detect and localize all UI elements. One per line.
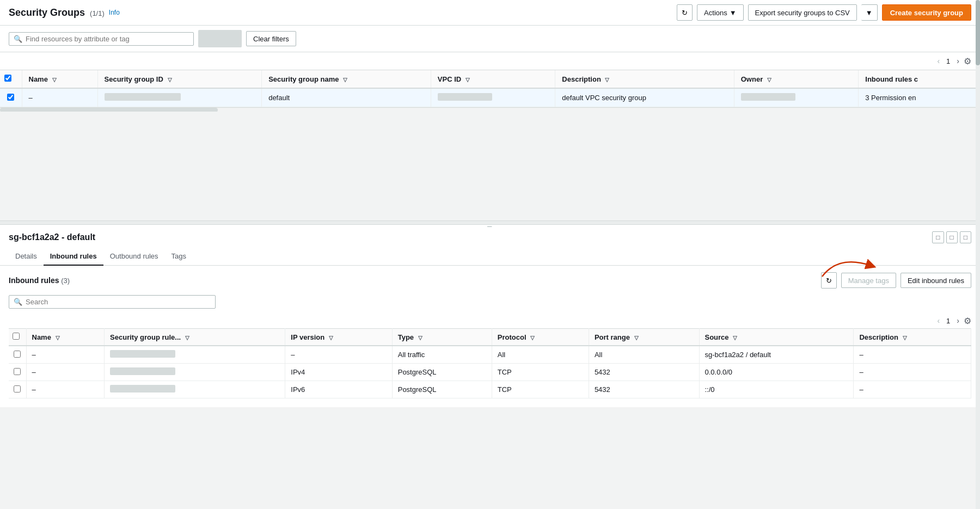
detail-next-page-button[interactable]: › xyxy=(954,315,961,326)
col-header-name[interactable]: Name ▽ xyxy=(22,70,97,88)
detail-row-1-checkbox[interactable] xyxy=(14,351,21,358)
detail-row-1-ip-version-cell: – xyxy=(285,346,392,364)
col-sg-id-label: Security group ID xyxy=(105,75,163,83)
inbound-title-area: Inbound rules (3) xyxy=(9,276,70,285)
refresh-button[interactable]: ↻ xyxy=(677,4,693,21)
detail-table-settings-button[interactable]: ⚙ xyxy=(964,316,971,326)
toolbar-left: Security Groups (1/1) Info xyxy=(9,7,120,19)
detail-search-input[interactable] xyxy=(26,298,211,306)
detail-col-header-name[interactable]: Name ▽ xyxy=(26,329,105,346)
detail-row-2-type-cell: PostgreSQL xyxy=(392,364,492,381)
detail-search-icon: 🔍 xyxy=(14,298,22,306)
detail-col-header-type[interactable]: Type ▽ xyxy=(392,329,492,346)
col-header-vpc-id[interactable]: VPC ID ▽ xyxy=(431,70,555,88)
tab-inbound-rules[interactable]: Inbound rules xyxy=(44,248,103,266)
table-settings-button[interactable]: ⚙ xyxy=(964,56,971,66)
detail-icon-btn-1[interactable]: □ xyxy=(932,231,944,243)
resize-handle[interactable]: ⎯ xyxy=(0,220,980,225)
tab-tags[interactable]: Tags xyxy=(165,248,193,266)
detail-row-1-port-range: All xyxy=(595,351,602,359)
detail-table-row[interactable]: – IPv4 PostgreSQL TCP 5432 xyxy=(9,364,971,381)
export-split-button[interactable]: ▼ xyxy=(861,4,878,21)
detail-row-1-protocol: All xyxy=(498,351,505,359)
tab-details[interactable]: Details xyxy=(9,248,44,266)
detail-col-protocol-sort-icon: ▽ xyxy=(530,335,535,341)
col-sg-name-sort-icon: ▽ xyxy=(343,77,347,83)
edit-inbound-rules-button[interactable]: Edit inbound rules xyxy=(901,273,971,288)
resize-dots-icon: ⎯ xyxy=(487,218,493,227)
detail-row-1-checkbox-cell xyxy=(9,346,26,364)
col-description-sort-icon: ▽ xyxy=(605,77,609,83)
detail-row-2-name-cell: – xyxy=(26,364,105,381)
detail-col-header-checkbox xyxy=(9,329,26,346)
search-icon: 🔍 xyxy=(14,35,22,43)
detail-col-header-ip-version[interactable]: IP version ▽ xyxy=(285,329,392,346)
detail-header-row: Name ▽ Security group rule... ▽ IP versi… xyxy=(9,329,971,346)
row-checkbox[interactable] xyxy=(7,94,14,101)
detail-col-header-port-range[interactable]: Port range ▽ xyxy=(589,329,699,346)
detail-col-source-label: Source xyxy=(705,333,729,341)
filter-row: 🔍 Clear filters xyxy=(0,26,980,52)
col-header-sg-id[interactable]: Security group ID ▽ xyxy=(97,70,262,88)
select-all-checkbox[interactable] xyxy=(4,75,11,82)
detail-row-2-checkbox[interactable] xyxy=(14,368,21,375)
detail-icon-btn-2[interactable]: □ xyxy=(946,231,958,243)
main-table: Name ▽ Security group ID ▽ Security grou… xyxy=(0,70,980,107)
create-security-group-button[interactable]: Create security group xyxy=(882,4,971,21)
info-link[interactable]: Info xyxy=(109,9,120,16)
detail-row-3-checkbox[interactable] xyxy=(14,385,21,393)
detail-row-1-port-range-cell: All xyxy=(589,346,699,364)
detail-col-header-description[interactable]: Description ▽ xyxy=(854,329,971,346)
tab-outbound-rules[interactable]: Outbound rules xyxy=(103,248,165,266)
detail-row-3-type: PostgreSQL xyxy=(398,385,437,394)
detail-col-header-source[interactable]: Source ▽ xyxy=(699,329,854,346)
refresh-icon: ↻ xyxy=(682,9,688,17)
detail-pagination-row: ‹ 1 › ⚙ xyxy=(0,313,980,328)
table-row[interactable]: – default default VPC security group xyxy=(0,88,980,107)
detail-prev-page-button[interactable]: ‹ xyxy=(935,315,942,326)
right-scrollbar[interactable] xyxy=(976,0,980,407)
inbound-rules-count: (3) xyxy=(61,277,70,285)
row-vpc-id-redacted xyxy=(438,93,492,101)
top-toolbar: Security Groups (1/1) Info ↻ Actions ▼ E… xyxy=(0,0,980,26)
detail-col-port-range-sort-icon: ▽ xyxy=(634,335,639,341)
export-button[interactable]: Export security groups to CSV xyxy=(748,4,857,21)
detail-row-1-description-cell: – xyxy=(854,346,971,364)
row-name: – xyxy=(29,94,33,102)
row-vpc-id-cell xyxy=(431,88,555,107)
col-header-description[interactable]: Description ▽ xyxy=(555,70,734,88)
detail-col-header-rule-id[interactable]: Security group rule... ▽ xyxy=(105,329,285,346)
detail-panel-icons: □ □ □ xyxy=(932,231,971,243)
detail-icon-btn-3[interactable]: □ xyxy=(960,231,971,243)
detail-row-3-checkbox-cell xyxy=(9,381,26,398)
detail-select-all-checkbox[interactable] xyxy=(13,333,20,340)
col-header-checkbox xyxy=(0,70,22,88)
detail-header: sg-bcf1a2a2 - default □ □ □ xyxy=(0,225,980,243)
detail-panel: sg-bcf1a2a2 - default □ □ □ Details Inbo… xyxy=(0,225,980,407)
tab-details-label: Details xyxy=(15,252,37,260)
col-header-sg-name[interactable]: Security group name ▽ xyxy=(262,70,431,88)
main-search-input[interactable] xyxy=(26,35,189,43)
clear-filters-button[interactable]: Clear filters xyxy=(246,31,296,46)
detail-row-1-source: sg-bcf1a2a2 / default xyxy=(705,351,771,359)
detail-col-type-sort-icon: ▽ xyxy=(418,335,422,341)
col-header-inbound[interactable]: Inbound rules c xyxy=(859,70,980,88)
row-inbound-cell: 3 Permission en xyxy=(859,88,980,107)
row-description-cell: default VPC security group xyxy=(555,88,734,107)
detail-row-3-rule-id-redacted xyxy=(110,385,175,393)
detail-col-type-label: Type xyxy=(398,333,414,341)
col-header-owner[interactable]: Owner ▽ xyxy=(734,70,859,88)
detail-col-header-protocol[interactable]: Protocol ▽ xyxy=(492,329,589,346)
prev-page-button[interactable]: ‹ xyxy=(935,56,942,66)
detail-col-rule-id-label: Security group rule... xyxy=(110,333,181,341)
detail-table-row[interactable]: – IPv6 PostgreSQL TCP 5432 xyxy=(9,381,971,398)
detail-row-2-description: – xyxy=(859,368,863,376)
next-page-button[interactable]: › xyxy=(954,56,961,66)
actions-button[interactable]: Actions ▼ xyxy=(697,4,744,21)
detail-table-row[interactable]: – – All traffic All All xyxy=(9,346,971,364)
row-sg-name: default xyxy=(268,94,290,102)
inbound-rules-title: Inbound rules xyxy=(9,276,59,285)
detail-row-2-ip-version-cell: IPv4 xyxy=(285,364,392,381)
detail-row-3-protocol: TCP xyxy=(498,385,512,394)
detail-col-source-sort-icon: ▽ xyxy=(733,335,737,341)
